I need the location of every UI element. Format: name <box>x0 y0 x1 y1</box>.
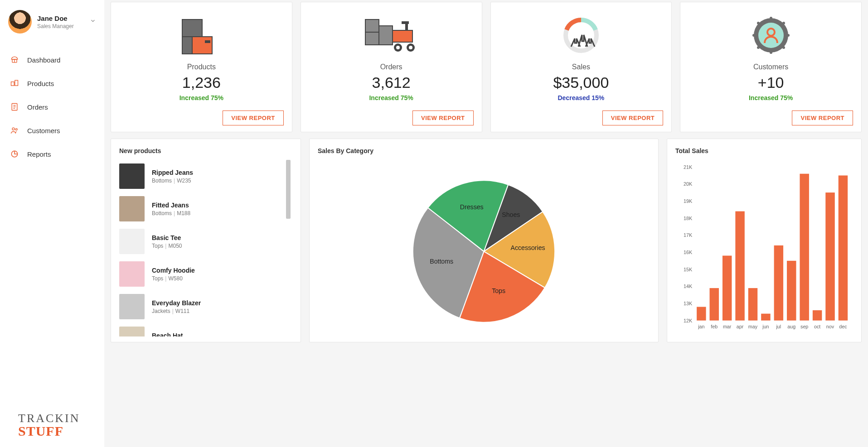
svg-point-23 <box>396 46 400 49</box>
bar[interactable] <box>723 256 732 321</box>
stat-delta: Increased 75% <box>369 94 413 101</box>
axis-tick-label: 12K <box>684 318 693 323</box>
panel-title: New products <box>119 147 292 154</box>
list-item[interactable]: Everyday Blazer Jackets|W111 <box>119 290 292 323</box>
svg-point-36 <box>757 46 760 49</box>
svg-rect-2 <box>11 82 15 86</box>
stat-card-customers: Customers +10 Increased 75% VIEW REPORT <box>680 2 862 132</box>
axis-tick-label: 14K <box>684 284 693 289</box>
svg-point-32 <box>752 34 755 37</box>
product-meta: Bottoms|M188 <box>152 210 190 216</box>
sidebar-item-customers[interactable]: Customers <box>0 120 104 141</box>
svg-point-30 <box>770 17 772 19</box>
product-info: Basic Tee Tops|M050 <box>152 234 182 249</box>
sidebar-item-reports[interactable]: Reports <box>0 143 104 165</box>
list-item[interactable]: Comfy Hoodie Tops|W580 <box>119 258 292 290</box>
svg-rect-15 <box>205 40 210 43</box>
product-name: Fitted Jeans <box>152 202 190 209</box>
sidebar-item-dashboard[interactable]: Dashboard <box>0 49 104 71</box>
axis-tick-label: dec <box>839 324 847 329</box>
stat-delta: Increased 75% <box>749 94 793 101</box>
product-name: Ripped Jeans <box>152 169 193 176</box>
product-name: Beach Hat <box>152 332 200 337</box>
view-report-button[interactable]: VIEW REPORT <box>412 111 474 125</box>
product-thumb <box>119 261 145 287</box>
bar[interactable] <box>774 245 783 321</box>
bar[interactable] <box>697 307 706 321</box>
axis-tick-label: aug <box>787 324 795 329</box>
bar[interactable] <box>787 261 796 321</box>
svg-point-33 <box>787 34 790 37</box>
user-info: Jane Doe Sales Manager <box>37 14 74 29</box>
product-meta: Jackets|W111 <box>152 308 201 314</box>
svg-point-37 <box>782 46 785 49</box>
sales-by-category-panel: Sales By Category ShoesAccessoriesTopsBo… <box>309 139 659 342</box>
product-name: Comfy Hoodie <box>152 267 195 274</box>
list-item[interactable]: Ripped Jeans Bottoms|W235 <box>119 160 292 192</box>
product-info: Beach Hat Accessories|W322 <box>152 332 200 337</box>
axis-tick-label: apr <box>737 324 744 329</box>
bar[interactable] <box>710 288 719 321</box>
stat-cards-row: Products 1,236 Increased 75% VIEW REPORT… <box>109 0 863 132</box>
product-name: Basic Tee <box>152 234 182 241</box>
stat-label: Products <box>187 63 216 71</box>
panel-title: Total Sales <box>675 147 853 154</box>
svg-rect-18 <box>379 26 393 45</box>
bar[interactable] <box>813 310 822 321</box>
products-card-icon <box>119 15 284 56</box>
nav-label: Products <box>27 80 54 87</box>
pie-label: Shoes <box>502 211 520 218</box>
axis-tick-label: 20K <box>684 181 693 187</box>
axis-tick-label: 19K <box>684 198 693 204</box>
list-item[interactable]: Beach Hat Accessories|W322 <box>119 323 292 336</box>
chevron-down-icon <box>90 18 96 26</box>
bar[interactable] <box>839 175 848 320</box>
axis-tick-label: nov <box>826 324 834 329</box>
svg-point-9 <box>15 129 17 130</box>
list-item[interactable]: Fitted Jeans Bottoms|M188 <box>119 192 292 225</box>
user-menu[interactable]: Jane Doe Sales Manager <box>0 8 104 44</box>
view-report-button[interactable]: VIEW REPORT <box>602 111 664 125</box>
panels-row: New products Ripped Jeans Bottoms|W235 F… <box>109 132 863 342</box>
nav-label: Dashboard <box>27 56 60 64</box>
view-report-button[interactable]: VIEW REPORT <box>792 111 853 125</box>
axis-tick-label: 21K <box>684 164 693 170</box>
nav-label: Customers <box>27 127 60 135</box>
sidebar-item-orders[interactable]: Orders <box>0 96 104 118</box>
total-sales-panel: Total Sales 12K13K14K15K16K17K18K19K20K2… <box>667 139 862 342</box>
product-meta: Tops|W580 <box>152 275 195 282</box>
products-list[interactable]: Ripped Jeans Bottoms|W235 Fitted Jeans B… <box>119 160 292 336</box>
brand-logo: TRACKIN STUFF <box>18 413 80 438</box>
product-thumb <box>119 196 145 221</box>
axis-tick-label: 15K <box>684 267 693 272</box>
nav: Dashboard Products Orders Customers Repo… <box>0 49 104 165</box>
axis-tick-label: 18K <box>684 216 693 221</box>
avatar <box>8 10 32 34</box>
bar[interactable] <box>761 314 770 321</box>
list-item[interactable]: Basic Tee Tops|M050 <box>119 225 292 258</box>
total-sales-chart: 12K13K14K15K16K17K18K19K20K21Kjanfebmara… <box>675 160 853 334</box>
stat-card-sales: Sales $35,000 Decreased 15% VIEW REPORT <box>490 2 672 132</box>
bar[interactable] <box>735 211 744 321</box>
stat-value: 1,236 <box>182 74 221 91</box>
svg-rect-14 <box>182 37 192 54</box>
reports-icon <box>10 149 19 159</box>
product-info: Ripped Jeans Bottoms|W235 <box>152 169 193 184</box>
stat-card-products: Products 1,236 Increased 75% VIEW REPORT <box>111 2 292 132</box>
new-products-panel: New products Ripped Jeans Bottoms|W235 F… <box>111 139 301 342</box>
bar[interactable] <box>748 288 757 321</box>
stat-label: Orders <box>380 63 402 71</box>
svg-point-31 <box>770 51 772 54</box>
svg-rect-17 <box>365 32 379 45</box>
pie-label: Tops <box>492 287 505 294</box>
nav-label: Reports <box>27 150 51 158</box>
stat-value: $35,000 <box>553 74 609 91</box>
bar[interactable] <box>800 174 809 321</box>
scrollbar[interactable] <box>286 160 291 219</box>
product-info: Comfy Hoodie Tops|W580 <box>152 267 195 282</box>
sidebar-item-products[interactable]: Products <box>0 72 104 94</box>
panel-title: Sales By Category <box>318 147 650 154</box>
svg-rect-13 <box>192 37 212 54</box>
view-report-button[interactable]: VIEW REPORT <box>223 111 284 125</box>
bar[interactable] <box>825 192 834 321</box>
